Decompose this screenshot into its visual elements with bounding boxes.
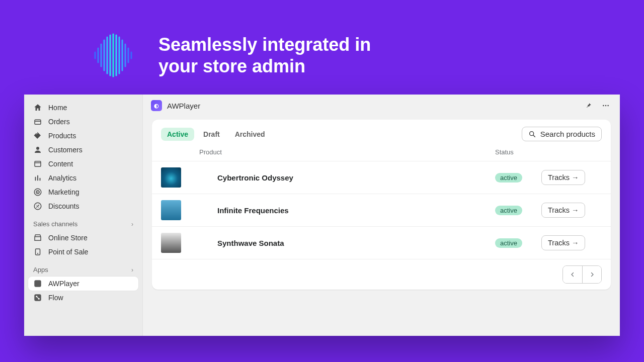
more-horizontal-icon [602,102,610,110]
app-badge-icon: ◐ [151,100,162,111]
flow-icon [33,293,42,302]
nav-label: Customers [48,146,83,154]
nav-label: Home [48,104,67,112]
sidebar-item-marketing[interactable]: Marketing [28,185,138,199]
svg-rect-20 [36,249,40,255]
pos-icon [33,247,42,256]
table-header: Product Status [152,141,611,161]
sidebar-app-flow[interactable]: Flow [28,291,138,305]
product-thumbnail [161,200,181,220]
products-icon [33,131,42,140]
next-page-button[interactable] [582,266,601,283]
svg-rect-13 [35,120,41,124]
tab-draft[interactable]: Draft [197,128,226,141]
discounts-icon [33,202,42,211]
content-icon [33,159,42,168]
store-icon [33,233,42,242]
tracks-button[interactable]: Tracks → [541,235,585,250]
product-thumbnail [161,167,181,188]
column-status: Status [495,148,541,156]
arrow-right-icon: → [572,206,579,214]
search-icon [528,130,536,138]
svg-point-27 [605,105,607,107]
svg-point-28 [607,105,609,107]
nav-label: Online Store [48,234,88,242]
sidebar-item-analytics[interactable]: Analytics [28,171,138,185]
nav-label: Products [48,132,76,140]
tab-active[interactable]: Active [161,128,194,141]
chevron-right-icon [589,272,595,278]
arrow-right-icon: → [572,173,579,182]
nav-label: Content [48,160,73,168]
sidebar-item-products[interactable]: Products [28,129,138,143]
sidebar-section-channels[interactable]: Sales channels › [28,213,138,231]
pin-icon [585,102,592,109]
app-name: AWPlayer [167,102,200,110]
table-row[interactable]: Cybertronic OdysseyactiveTracks → [152,161,611,194]
column-product: Product [199,148,495,156]
svg-point-26 [603,105,604,107]
marketing-icon [33,188,42,197]
status-badge: active [495,206,522,215]
nav-label: Analytics [48,174,76,182]
nav-label: Marketing [48,188,79,196]
sidebar-item-home[interactable]: Home [28,101,138,115]
home-icon [33,103,42,112]
sidebar-item-content[interactable]: Content [28,157,138,171]
prev-page-button[interactable] [563,266,582,283]
table-row[interactable]: Synthwave SonataactiveTracks → [152,227,611,259]
sidebar-item-customers[interactable]: Customers [28,143,138,157]
status-badge: active [495,173,522,183]
sidebar: HomeOrdersProductsCustomersContentAnalyt… [24,95,143,336]
product-thumbnail [161,233,181,253]
tracks-button[interactable]: Tracks → [541,203,585,218]
topbar: ◐ AWPlayer [143,95,620,117]
orders-icon [33,117,42,126]
svg-line-30 [533,135,535,137]
nav-label: Flow [48,294,63,302]
main-content: ◐ AWPlayer ActiveDraftArchived Search pr… [143,95,620,336]
product-name: Cybertronic Odyssey [199,173,495,182]
arrow-right-icon: → [572,239,579,247]
nav-label: AWPlayer [48,280,79,288]
appicon-icon [33,279,42,288]
svg-rect-15 [35,161,41,167]
hero-title: Seamlessly integrated in your store admi… [158,34,410,77]
tabs: ActiveDraftArchived [161,128,271,141]
pagination [562,265,602,284]
hero-soundwave-logo [88,30,138,80]
search-input[interactable]: Search products [522,127,602,141]
sidebar-item-orders[interactable]: Orders [28,115,138,129]
svg-point-29 [529,131,533,135]
svg-point-21 [37,253,38,254]
sidebar-item-discounts[interactable]: Discounts [28,199,138,213]
chevron-left-icon [570,272,576,278]
svg-point-18 [37,192,38,193]
more-button[interactable] [600,100,612,112]
sidebar-channel-online-store[interactable]: Online Store [28,231,138,245]
sidebar-app-awplayer[interactable]: AWPlayer [28,277,138,291]
admin-window: HomeOrdersProductsCustomersContentAnalyt… [24,95,620,336]
customers-icon [33,145,42,154]
tracks-button[interactable]: Tracks → [541,170,585,185]
sidebar-section-apps[interactable]: Apps › [28,259,138,277]
product-name: Synthwave Sonata [199,239,495,247]
nav-label: Point of Sale [48,248,88,256]
svg-rect-22 [34,280,41,287]
svg-point-14 [36,147,39,150]
status-badge: active [495,238,522,248]
nav-label: Orders [48,118,70,126]
tab-archived[interactable]: Archived [229,128,271,141]
product-name: Infinite Frequencies [199,206,495,215]
products-panel: ActiveDraftArchived Search products Prod… [152,120,611,290]
table-row[interactable]: Infinite FrequenciesactiveTracks → [152,194,611,227]
analytics-icon [33,173,42,183]
sidebar-channel-point-of-sale[interactable]: Point of Sale [28,245,138,259]
chevron-right-icon: › [131,221,133,228]
chevron-right-icon: › [131,266,133,274]
nav-label: Discounts [48,202,79,210]
pin-button[interactable] [583,100,595,112]
